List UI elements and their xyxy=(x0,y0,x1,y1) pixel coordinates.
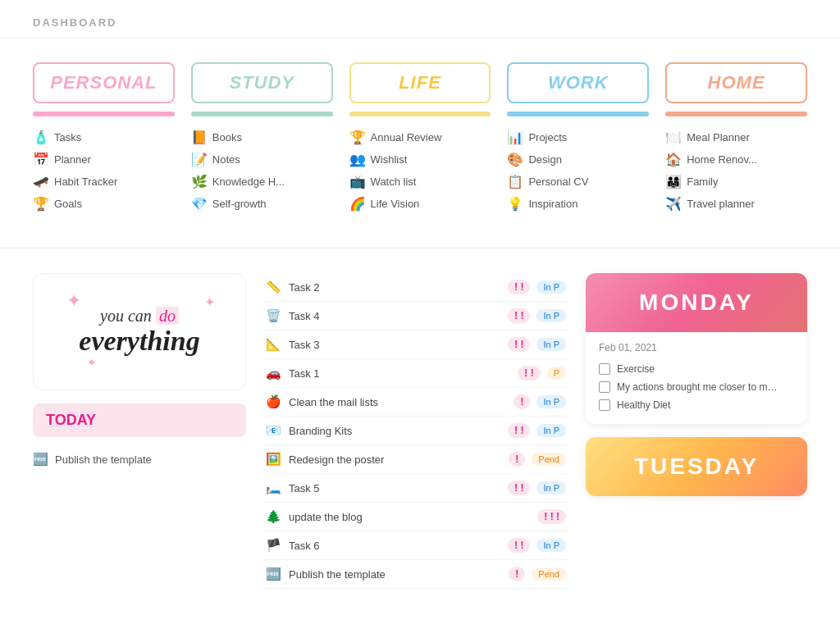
right-panel: MONDAY Feb 01, 2021 Exercise My actions … xyxy=(586,273,807,589)
check-box-exercise[interactable] xyxy=(599,363,610,375)
task4-name: Task 4 xyxy=(289,310,501,322)
task1-name: Task 1 xyxy=(289,367,511,380)
motivational-line1: you can do xyxy=(79,307,199,326)
task-row[interactable]: 🛏️ Task 5 ! ! In P xyxy=(262,474,569,503)
task6-name: Task 6 xyxy=(289,540,501,552)
life-bar xyxy=(349,112,491,116)
tasks-icon: 🧴 xyxy=(33,130,49,145)
list-item[interactable]: 📙Books xyxy=(191,126,333,148)
blog-name: update the blog xyxy=(289,511,531,523)
task-list-panel: 📏 Task 2 ! ! In P 🗑️ Task 4 ! ! In P 📐 T… xyxy=(262,273,569,589)
category-life: LIFE 🏆Annual Review 👥Wishlist 📺Watch lis… xyxy=(349,62,491,215)
motivational-image: ✦ ✦ you can do everything ✦ xyxy=(50,290,229,373)
notes-icon: 📝 xyxy=(191,152,208,167)
dashboard-title: DASHBOARD xyxy=(33,16,117,29)
diet-label: Healthy Diet xyxy=(617,399,670,411)
personal-bar xyxy=(33,112,175,116)
list-item[interactable]: 👥Wishlist xyxy=(349,148,491,171)
task-row[interactable]: 📏 Task 2 ! ! In P xyxy=(262,273,569,302)
task-row[interactable]: 🚗 Task 1 ! ! P xyxy=(262,359,569,388)
branding-priority: ! ! xyxy=(508,423,530,438)
list-item[interactable]: 🎨Design xyxy=(507,148,649,171)
wishlist-icon: 👥 xyxy=(349,152,366,167)
list-item[interactable]: 🌿Knowledge H... xyxy=(191,171,333,193)
meal-icon: 🍽️ xyxy=(665,130,682,145)
task-row[interactable]: 🗑️ Task 4 ! ! In P xyxy=(262,302,569,330)
knowledge-icon: 🌿 xyxy=(191,174,208,189)
task3-priority: ! ! xyxy=(508,337,530,352)
task3-name: Task 3 xyxy=(289,339,501,351)
study-title[interactable]: STUDY xyxy=(191,62,333,103)
today-task-icon: 🆓 xyxy=(33,452,48,467)
task4-priority: ! ! xyxy=(508,308,530,323)
personal-title[interactable]: PERSONAL xyxy=(33,62,175,103)
habit-icon: 🛹 xyxy=(33,174,49,189)
today-task-label: Publish the template xyxy=(55,453,152,466)
list-item[interactable]: ✈️Travel planner xyxy=(665,193,807,215)
task-row[interactable]: 🆓 Publish the template ! Pend xyxy=(262,560,569,589)
category-study: STUDY 📙Books 📝Notes 🌿Knowledge H... 💎Sel… xyxy=(191,62,333,215)
list-item[interactable]: 🍽️Meal Planner xyxy=(665,126,807,148)
task-row[interactable]: 🏴 Task 6 ! ! In P xyxy=(262,531,569,560)
list-item[interactable]: 🌈Life Vision xyxy=(349,193,491,215)
task4-status: In P xyxy=(536,309,566,322)
task5-icon: 🛏️ xyxy=(266,481,282,495)
list-item[interactable]: 🏆Goals xyxy=(33,193,175,215)
maillist-status: In P xyxy=(536,395,566,408)
task-row[interactable]: 📐 Task 3 ! ! In P xyxy=(262,330,569,359)
branding-name: Branding Kits xyxy=(289,425,501,437)
life-title[interactable]: LIFE xyxy=(349,62,491,103)
task1-icon: 🚗 xyxy=(266,366,282,381)
list-item[interactable]: 🏆Annual Review xyxy=(349,126,491,148)
task2-status: In P xyxy=(536,280,566,294)
study-items: 📙Books 📝Notes 🌿Knowledge H... 💎Self-grow… xyxy=(191,126,333,215)
exercise-label: Exercise xyxy=(617,363,655,375)
work-items: 📊Projects 🎨Design 📋Personal CV 💡Inspirat… xyxy=(507,126,649,215)
category-personal: PERSONAL 🧴Tasks 📅Planner 🛹Habit Tracker … xyxy=(33,62,175,215)
list-item[interactable]: 🛹Habit Tracker xyxy=(33,171,175,193)
list-item[interactable]: 📅Planner xyxy=(33,148,175,171)
categories-section: PERSONAL 🧴Tasks 📅Planner 🛹Habit Tracker … xyxy=(0,38,840,248)
categories-row: PERSONAL 🧴Tasks 📅Planner 🛹Habit Tracker … xyxy=(33,62,807,215)
travel-icon: ✈️ xyxy=(665,196,682,212)
task-row[interactable]: 🖼️ Redesign the poster ! Pend xyxy=(262,445,569,474)
monday-item-actions[interactable]: My actions brought me closer to my long-… xyxy=(599,378,794,396)
monday-card: MONDAY Feb 01, 2021 Exercise My actions … xyxy=(586,273,807,424)
publish-status: Pend xyxy=(532,567,566,581)
sparkle-bottom-icon: ✦ xyxy=(87,356,97,369)
task-row[interactable]: 📧 Branding Kits ! ! In P xyxy=(262,417,569,445)
list-item[interactable]: 📝Notes xyxy=(191,148,333,171)
books-icon: 📙 xyxy=(191,130,208,145)
life-items: 🏆Annual Review 👥Wishlist 📺Watch list 🌈Li… xyxy=(349,126,491,215)
list-item[interactable]: 📊Projects xyxy=(507,126,649,148)
check-box-actions[interactable] xyxy=(599,381,610,393)
task2-priority: ! ! xyxy=(508,280,530,294)
monday-body: Feb 01, 2021 Exercise My actions brought… xyxy=(586,332,807,424)
task4-icon: 🗑️ xyxy=(266,308,282,323)
maillist-priority: ! xyxy=(514,394,530,409)
list-item[interactable]: 📺Watch list xyxy=(349,171,491,193)
work-title[interactable]: WORK xyxy=(507,62,649,103)
monday-item-exercise[interactable]: Exercise xyxy=(599,360,794,378)
list-item[interactable]: 💎Self-growth xyxy=(191,193,333,215)
bottom-section: ✦ ✦ you can do everything ✦ TODAY 🆓 Publ… xyxy=(0,248,840,613)
sparkle-left-icon: ✦ xyxy=(66,290,81,312)
motivational-box: ✦ ✦ you can do everything ✦ xyxy=(33,273,246,390)
lifevision-icon: 🌈 xyxy=(349,196,366,212)
check-box-diet[interactable] xyxy=(599,399,610,411)
today-task-item[interactable]: 🆓 Publish the template xyxy=(33,447,246,472)
list-item[interactable]: 📋Personal CV xyxy=(507,171,649,193)
list-item[interactable]: 🏠Home Renov... xyxy=(665,148,807,171)
list-item[interactable]: 💡Inspiration xyxy=(507,193,649,215)
monday-item-diet[interactable]: Healthy Diet xyxy=(599,396,794,414)
task6-icon: 🏴 xyxy=(266,538,282,553)
poster-name: Redesign the poster xyxy=(289,453,502,466)
task6-status: In P xyxy=(536,539,566,552)
selfgrowth-icon: 💎 xyxy=(191,196,208,212)
task-row[interactable]: 🍎 Clean the mail lists ! In P xyxy=(262,388,569,417)
home-title[interactable]: HOME xyxy=(665,62,807,103)
list-item[interactable]: 👨‍👩‍👧Family xyxy=(665,171,807,193)
task-row[interactable]: 🌲 update the blog ! ! ! xyxy=(262,503,569,531)
personal-items: 🧴Tasks 📅Planner 🛹Habit Tracker 🏆Goals xyxy=(33,126,175,215)
list-item[interactable]: 🧴Tasks xyxy=(33,126,175,148)
